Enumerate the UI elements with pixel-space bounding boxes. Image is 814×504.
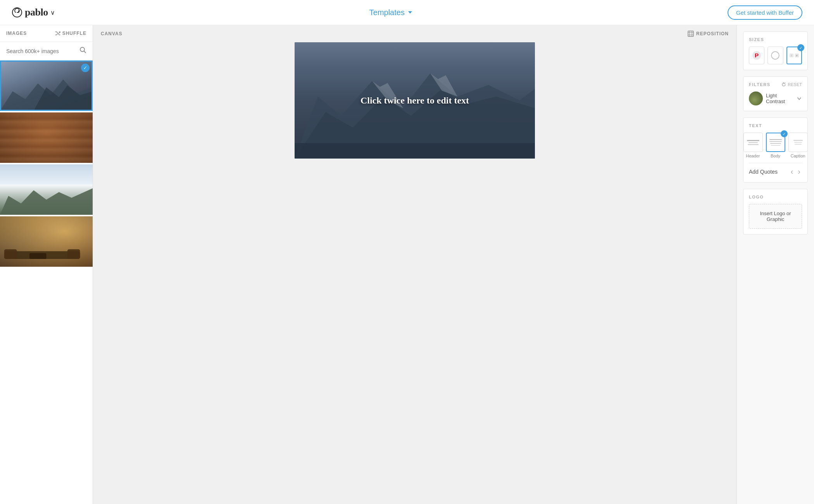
reposition-button[interactable]: REPOSITION bbox=[688, 31, 729, 37]
text-style-caption-button[interactable] bbox=[788, 133, 808, 152]
text-section: TEXT Header ✓ bbox=[743, 117, 808, 183]
couch-svg bbox=[0, 242, 93, 267]
filters-title: FILTERS bbox=[749, 82, 771, 87]
canvas-header: CANVAS REPOSITION bbox=[93, 25, 736, 42]
logo-section-title: LOGO bbox=[749, 195, 802, 199]
canvas[interactable]: Click twice here to edit text bbox=[295, 42, 535, 159]
search-icon[interactable] bbox=[79, 47, 86, 55]
add-quotes-row: Add Quotes ‹ › bbox=[749, 163, 802, 177]
image-item[interactable] bbox=[0, 216, 93, 267]
sizes-grid: P ✓ f bbox=[749, 47, 802, 64]
body-line-1 bbox=[769, 139, 782, 140]
filter-header: FILTERS RESET bbox=[749, 82, 802, 87]
app-logo-text: pablo bbox=[25, 7, 48, 18]
text-options: Header ✓ Body bbox=[749, 133, 802, 158]
right-panel: SIZES P ✓ bbox=[736, 25, 814, 504]
get-started-button[interactable]: Get started with Buffer bbox=[728, 5, 802, 20]
templates-chevron-icon bbox=[407, 9, 413, 16]
left-panel-tabs: IMAGES SHUFFLE bbox=[0, 25, 93, 42]
svg-point-1 bbox=[80, 47, 85, 52]
insert-logo-button[interactable]: Insert Logo or Graphic bbox=[749, 204, 802, 229]
templates-label: Templates bbox=[369, 8, 405, 17]
insert-logo-label: Insert Logo or Graphic bbox=[755, 211, 795, 222]
filter-select-area[interactable]: Light Contrast bbox=[749, 91, 802, 105]
svg-rect-7 bbox=[67, 249, 80, 259]
sizes-title: SIZES bbox=[749, 37, 802, 42]
caption-line-2 bbox=[794, 142, 802, 143]
body-check-icon: ✓ bbox=[781, 130, 788, 137]
canvas-text[interactable]: Click twice here to edit text bbox=[360, 95, 469, 106]
pablo-logo-icon bbox=[12, 7, 22, 18]
reposition-icon bbox=[688, 31, 694, 37]
size-pinterest-button[interactable]: P bbox=[749, 47, 764, 64]
text-style-header-button[interactable] bbox=[743, 133, 763, 152]
header-line-3 bbox=[748, 144, 759, 145]
body-line-3 bbox=[770, 143, 781, 144]
header-line-2 bbox=[748, 142, 758, 143]
text-body-group: ✓ Body bbox=[766, 133, 785, 158]
svg-marker-4 bbox=[0, 188, 93, 215]
image-item[interactable] bbox=[0, 112, 93, 163]
body-line-4 bbox=[771, 145, 780, 146]
filter-selected-label: Light Contrast bbox=[766, 93, 797, 104]
caption-line-3 bbox=[795, 144, 802, 145]
body-line-2 bbox=[769, 141, 782, 142]
text-style-body-button[interactable]: ✓ bbox=[766, 133, 785, 152]
search-area bbox=[0, 42, 93, 60]
text-header-label: Header bbox=[746, 154, 760, 158]
misty-mountain-svg bbox=[0, 185, 93, 215]
filters-section: FILTERS RESET Light Contrast bbox=[743, 76, 808, 111]
templates-button[interactable]: Templates bbox=[365, 6, 418, 19]
logo-caret-icon[interactable]: ∨ bbox=[50, 9, 55, 16]
quotes-next-button[interactable]: › bbox=[796, 166, 802, 177]
quotes-prev-button[interactable]: ‹ bbox=[789, 166, 795, 177]
svg-rect-6 bbox=[4, 249, 17, 259]
text-body-label: Body bbox=[771, 154, 780, 158]
image-item[interactable]: ✓ bbox=[0, 60, 93, 111]
size-twitter-fb-button[interactable]: ✓ f bbox=[786, 47, 802, 64]
shuffle-button[interactable]: SHUFFLE bbox=[55, 31, 86, 36]
shuffle-label: SHUFFLE bbox=[62, 31, 86, 36]
text-header-group: Header bbox=[743, 133, 763, 158]
reset-button[interactable]: RESET bbox=[781, 82, 802, 87]
search-input[interactable] bbox=[6, 48, 76, 54]
main-layout: IMAGES SHUFFLE bbox=[0, 25, 814, 504]
left-panel: IMAGES SHUFFLE bbox=[0, 25, 93, 504]
image-item[interactable] bbox=[0, 164, 93, 215]
svg-rect-8 bbox=[29, 253, 46, 259]
filter-preview bbox=[749, 91, 763, 105]
text-title: TEXT bbox=[749, 123, 802, 128]
check-badge: ✓ bbox=[81, 64, 90, 72]
shuffle-icon bbox=[55, 31, 60, 36]
selected-overlay bbox=[0, 60, 93, 111]
text-caption-label: Caption bbox=[791, 154, 805, 158]
image-list: ✓ bbox=[0, 60, 93, 504]
svg-point-17 bbox=[772, 52, 780, 59]
svg-rect-9 bbox=[688, 31, 693, 36]
logo-area: pablo ∨ bbox=[12, 7, 55, 18]
caption-line-1 bbox=[793, 140, 803, 141]
header: pablo ∨ Templates Get started with Buffe… bbox=[0, 0, 814, 25]
filter-preview-image bbox=[749, 91, 763, 105]
text-caption-group: Caption bbox=[788, 133, 808, 158]
images-tab[interactable]: IMAGES bbox=[6, 31, 27, 36]
header-line-1 bbox=[747, 140, 759, 141]
logo-section: LOGO Insert Logo or Graphic bbox=[743, 189, 808, 235]
svg-text:f: f bbox=[791, 54, 792, 57]
pinterest-icon: P bbox=[752, 51, 761, 60]
quotes-navigation: ‹ › bbox=[789, 166, 802, 177]
filter-dropdown[interactable]: Light Contrast bbox=[766, 93, 802, 104]
reset-icon bbox=[781, 82, 786, 87]
size-circle-button[interactable] bbox=[767, 47, 783, 64]
canvas-wrapper: Click twice here to edit text bbox=[93, 42, 736, 504]
twitter-fb-icon: f bbox=[790, 51, 799, 60]
filter-chevron-icon bbox=[797, 96, 802, 101]
reset-label: RESET bbox=[788, 82, 802, 87]
sizes-section: SIZES P ✓ bbox=[743, 31, 808, 70]
add-quotes-label: Add Quotes bbox=[749, 169, 778, 175]
reposition-label: REPOSITION bbox=[696, 31, 729, 36]
canvas-label: CANVAS bbox=[101, 31, 122, 36]
circle-icon bbox=[771, 51, 780, 60]
check-icon: ✓ bbox=[797, 44, 804, 51]
canvas-area: CANVAS REPOSITION bbox=[93, 25, 736, 504]
